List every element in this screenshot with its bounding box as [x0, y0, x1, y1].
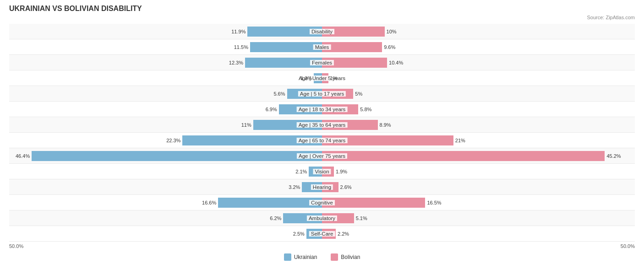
ukrainian-value: 16.6%: [202, 200, 218, 205]
bar-label: Self-Care: [309, 231, 335, 237]
axis-row: 50.0% 50.0%: [9, 242, 635, 251]
bar-row: Disability11.9%10%: [9, 24, 635, 39]
bar-row: Hearing3.2%2.6%: [9, 179, 635, 195]
bolivian-value: 16.5%: [425, 200, 441, 205]
bar-label: Age | 5 to 17 years: [298, 91, 346, 97]
legend-bolivian: Bolivian: [331, 253, 360, 261]
bar-row: Age | Under 5 years1.3%1%: [9, 70, 635, 86]
bolivian-value: 5%: [353, 91, 362, 97]
bar-label: Disability: [310, 29, 334, 34]
bar-label: Vision: [313, 169, 331, 174]
legend-bolivian-box: [331, 253, 338, 261]
bolivian-bar: [322, 151, 605, 161]
ukrainian-value: 5.6%: [273, 91, 287, 97]
ukrainian-value: 2.5%: [293, 231, 306, 237]
bolivian-value: 45.2%: [605, 153, 621, 159]
source: Source: ZipAtlas.com: [9, 15, 635, 20]
bar-row: Females12.3%10.4%: [9, 55, 635, 70]
bar-label: Age | 65 to 74 years: [297, 138, 348, 143]
bar-label: Age | Over 75 years: [297, 153, 347, 159]
bolivian-value: 5.1%: [354, 215, 367, 221]
bolivian-value: 5.8%: [358, 107, 371, 112]
bolivian-value: 2.6%: [338, 184, 352, 190]
bolivian-value: 2.2%: [336, 231, 349, 237]
bar-label: Age | 35 to 64 years: [297, 122, 348, 128]
bar-label: Males: [313, 44, 331, 50]
ukrainian-value: 2.1%: [295, 169, 309, 174]
bar-label: Cognitive: [309, 200, 335, 205]
bolivian-bar: [322, 42, 382, 52]
bar-row: Age | 65 to 74 years22.3%21%: [9, 133, 635, 148]
legend-ukrainian-box: [284, 253, 291, 261]
bar-row: Age | 35 to 64 years11%8.9%: [9, 117, 635, 133]
bar-row: Self-Care2.5%2.2%: [9, 226, 635, 242]
ukrainian-bar: [218, 198, 322, 208]
axis-left-label: 50.0%: [9, 243, 23, 249]
ukrainian-value: 3.2%: [289, 184, 302, 190]
legend-ukrainian: Ukrainian: [284, 253, 317, 261]
ukrainian-bar: [32, 151, 322, 161]
ukrainian-bar: [250, 42, 322, 52]
bolivian-value: 8.9%: [378, 122, 391, 128]
ukrainian-value: 12.3%: [229, 60, 245, 65]
bar-row: Males11.5%9.6%: [9, 39, 635, 55]
ukrainian-value: 11.5%: [234, 44, 250, 50]
bar-row: Age | 5 to 17 years5.6%5%: [9, 86, 635, 102]
bolivian-value: 10.4%: [387, 60, 403, 65]
bolivian-value: 10%: [385, 29, 397, 34]
bar-label: Ambulatory: [307, 215, 337, 221]
bolivian-value: 9.6%: [382, 44, 395, 50]
axis-right-label: 50.0%: [621, 243, 635, 249]
bar-row: Age | Over 75 years46.4%45.2%: [9, 148, 635, 164]
bar-label: Females: [310, 60, 334, 65]
title: UKRAINIAN VS BOLIVIAN DISABILITY: [9, 5, 635, 13]
ukrainian-value: 6.2%: [270, 215, 283, 221]
ukrainian-value: 46.4%: [16, 153, 32, 159]
ukrainian-value: 22.3%: [166, 138, 182, 143]
ukrainian-value: 11%: [241, 122, 253, 128]
bolivian-value: 21%: [453, 138, 465, 143]
ukrainian-value: 6.9%: [266, 107, 279, 112]
bar-row: Age | 18 to 34 years6.9%5.8%: [9, 102, 635, 117]
ukrainian-value: 11.9%: [231, 29, 247, 34]
bolivian-bar: [322, 198, 425, 208]
legend-ukrainian-label: Ukrainian: [294, 254, 317, 260]
bolivian-value: 1.9%: [334, 169, 347, 174]
legend: Ukrainian Bolivian: [9, 253, 635, 261]
chart-area: Disability11.9%10%Males11.5%9.6%Females1…: [9, 24, 635, 242]
bar-label: Hearing: [311, 184, 333, 190]
bar-row: Vision2.1%1.9%: [9, 164, 635, 179]
bar-row: Cognitive16.6%16.5%: [9, 195, 635, 210]
ukrainian-value: 1.3%: [300, 75, 314, 81]
bolivian-value: 1%: [328, 75, 338, 81]
legend-bolivian-label: Bolivian: [341, 254, 360, 260]
bar-label: Age | 18 to 34 years: [297, 107, 348, 112]
bar-row: Ambulatory6.2%5.1%: [9, 210, 635, 226]
